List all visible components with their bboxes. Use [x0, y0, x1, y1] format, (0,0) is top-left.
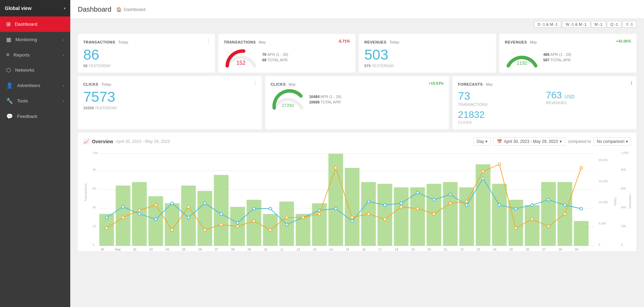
forecast-transactions-value: 73 — [458, 90, 543, 102]
gauge-row-num2: 69 — [262, 58, 266, 62]
widget-subtitle: May — [486, 82, 493, 86]
gauge-info: 16484 APR (1 - 28) 10698 TOTAL APR — [309, 95, 341, 104]
widget-header: FORECASTS May — [458, 81, 631, 87]
gauge-svg: 1192 — [505, 47, 539, 67]
widget-title: FORECASTS — [458, 82, 483, 86]
svg-point-93 — [384, 218, 386, 221]
widget-forecasts-may: ℹ FORECASTS May 73 TRANSACTIONS 763 USD — [452, 76, 636, 129]
svg-text:06: 06 — [198, 248, 202, 251]
overview-header: 📈 Overview April 30, 2023 - May 29, 2023… — [83, 137, 631, 146]
svg-point-75 — [580, 207, 583, 210]
svg-point-99 — [482, 170, 484, 173]
comparison-select[interactable]: No comparison ▾ — [594, 137, 631, 146]
forecast-revenues: 763 USD REVENUES — [546, 90, 631, 107]
widget-menu-icon[interactable]: ⋮ — [628, 38, 632, 44]
svg-point-100 — [498, 163, 501, 165]
widget-row-2: ⋮ CLICKS Today 7573 10250 YESTERDAY CLIC… — [78, 76, 636, 129]
svg-point-49 — [155, 218, 157, 221]
svg-text:Clicks: Clicks — [613, 197, 617, 206]
svg-text:200: 200 — [621, 224, 626, 228]
widget-menu-icon[interactable]: ⋮ — [347, 38, 351, 44]
forecast-revenues-unit: USD — [564, 94, 575, 99]
sidebar-header[interactable]: Global view ▾ — [0, 0, 70, 16]
svg-point-92 — [367, 212, 370, 215]
svg-rect-39 — [476, 164, 490, 246]
svg-text:29: 29 — [575, 248, 578, 251]
sidebar-item-label: Dashboard — [15, 22, 37, 27]
comparison-select-value: No comparison — [597, 139, 624, 144]
sidebar-item-label: Monitoring — [15, 37, 37, 42]
sidebar-item-reports[interactable]: ≡ Reports › — [0, 47, 70, 62]
sidebar-item-tools[interactable]: 🔧 Tools › — [0, 93, 70, 109]
svg-rect-43 — [541, 182, 556, 246]
widget-sub-num: 10250 — [83, 106, 94, 110]
period-y-btn[interactable]: Y -1 — [622, 21, 636, 28]
svg-rect-41 — [508, 200, 523, 246]
period-bar: D -1 & M -1 W -1 & M -1 M -1 Q -1 Y -1 — [70, 19, 644, 30]
gauge-row-label: APR (1 - 28) — [267, 52, 288, 57]
svg-point-94 — [400, 206, 403, 208]
forecast-clicks-label: CLICKS — [458, 120, 631, 124]
svg-point-46 — [105, 216, 108, 219]
svg-text:100: 100 — [93, 151, 98, 154]
svg-point-76 — [105, 227, 108, 230]
nav-items: ⊞ Dashboard ▦ Monitoring › ≡ Reports › ⬡… — [0, 16, 70, 124]
period-select[interactable]: Day ▾ — [474, 137, 490, 146]
sidebar-item-label: Feedback — [17, 114, 37, 119]
widget-menu-icon[interactable]: ⋮ — [206, 38, 211, 44]
widget-title: CLICKS — [83, 82, 98, 86]
dashboard-icon: ⊞ — [6, 21, 11, 27]
gauge-row-label: APR (1 - 28) — [320, 95, 341, 99]
forecast-revenues-label: REVENUES — [546, 101, 631, 105]
svg-point-87 — [285, 216, 288, 219]
svg-text:09: 09 — [247, 248, 251, 251]
svg-text:28: 28 — [559, 248, 562, 251]
period-m-btn[interactable]: M -1 — [591, 21, 606, 28]
svg-point-72 — [531, 204, 534, 206]
svg-point-85 — [253, 220, 255, 222]
widget-sub-label: YESTERDAY — [95, 106, 117, 110]
svg-point-56 — [269, 207, 272, 210]
period-select-value: Day — [477, 139, 484, 144]
sidebar-item-feedback[interactable]: 💬 Feedback — [0, 109, 70, 124]
gauge-svg: 27292 — [271, 89, 305, 110]
widget-title: TRANSACTIONS — [224, 40, 256, 44]
sidebar-item-monitoring[interactable]: ▦ Monitoring › — [0, 32, 70, 47]
forecast-revenues-num: 763 — [546, 90, 562, 100]
svg-point-84 — [236, 225, 239, 228]
widget-revenues-today: REVENUES Today 503 979 YESTERDAY — [359, 34, 496, 73]
gauge-row-2: 69 TOTAL APR — [262, 58, 288, 62]
date-range-btn[interactable]: 📅 April 30, 2023 - May 29, 2023 ▾ — [493, 137, 565, 146]
svg-point-51 — [187, 216, 190, 219]
widget-sub-num: 979 — [364, 64, 370, 68]
monitoring-icon: ▦ — [6, 36, 11, 43]
period-d-m-btn[interactable]: D -1 & M -1 — [534, 21, 561, 28]
svg-point-65 — [416, 191, 419, 194]
widget-subtitle: May — [259, 40, 266, 44]
sidebar-item-advertisers[interactable]: 👤 Advertisers › — [0, 78, 70, 93]
svg-point-88 — [302, 216, 304, 219]
gauge-row-num: 16484 — [309, 95, 320, 99]
svg-point-66 — [433, 198, 435, 201]
chart-svg: 0 20 40 60 80 100 Transactions — [83, 148, 631, 251]
svg-text:800: 800 — [621, 168, 626, 171]
widget-subtitle: Today — [118, 40, 128, 44]
svg-text:13: 13 — [313, 248, 316, 251]
svg-point-54 — [236, 221, 239, 224]
period-w-m-btn[interactable]: W -1 & M -1 — [562, 21, 590, 28]
period-q-btn[interactable]: Q -1 — [607, 21, 621, 28]
gauge-row-num: 485 — [543, 52, 549, 57]
svg-point-77 — [122, 216, 124, 219]
svg-point-78 — [138, 209, 141, 212]
svg-text:40: 40 — [93, 206, 96, 209]
date-range-value: April 30, 2023 - May 29, 2023 — [504, 139, 558, 144]
gauge-row-2: 587 TOTAL APR — [543, 58, 571, 62]
widget-info-icon[interactable]: ℹ — [631, 80, 632, 86]
sidebar-item-dashboard[interactable]: ⊞ Dashboard — [0, 16, 70, 32]
topbar: Dashboard 🏠 Dashboard — [70, 0, 644, 19]
widget-menu-icon[interactable]: ⋮ — [253, 80, 258, 86]
widget-sub-label: YESTERDAY — [372, 64, 394, 68]
svg-text:18: 18 — [395, 248, 398, 251]
svg-point-105 — [580, 167, 583, 169]
sidebar-item-networks[interactable]: ⬡ Networks — [0, 62, 70, 78]
